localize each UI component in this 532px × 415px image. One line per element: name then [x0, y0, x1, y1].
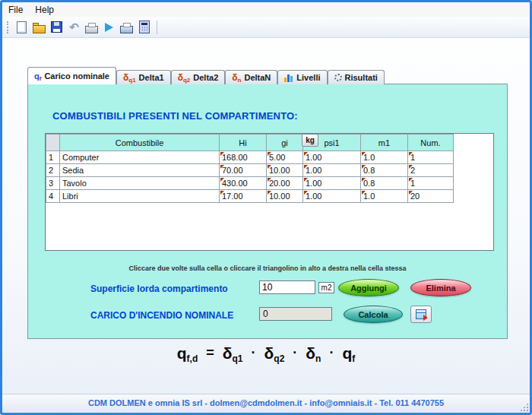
num-cell[interactable]: 2	[408, 164, 454, 177]
cell-triangle-icon[interactable]	[220, 191, 224, 195]
cell-triangle-icon[interactable]	[409, 191, 413, 195]
fire-load-formula: qf,d=δq1·δq2·δn·qf	[2, 344, 530, 364]
cell-triangle-icon[interactable]	[409, 165, 413, 169]
save-icon	[51, 21, 62, 33]
column-header-num[interactable]: Num.	[408, 135, 454, 151]
psi1-cell[interactable]: 1.00	[303, 164, 361, 177]
cell-triangle-icon[interactable]	[304, 152, 308, 156]
formula-dot: ·	[293, 345, 297, 360]
hi-cell[interactable]: 168.00	[220, 151, 267, 164]
cell-triangle-icon[interactable]	[304, 165, 308, 169]
status-bar: CDM DOLMEN e omnia IS srl - dolmen@cdmdo…	[2, 394, 530, 413]
print-button[interactable]	[118, 18, 135, 36]
tab-label: Carico nominale	[44, 71, 109, 81]
num-cell[interactable]: 1	[408, 177, 454, 190]
tab-risultati[interactable]: Risultati	[328, 70, 385, 84]
combustibile-cell[interactable]: Computer	[60, 151, 220, 164]
m1-cell[interactable]: 0.8	[361, 177, 408, 190]
tab-delta2[interactable]: δq2 Delta2	[171, 70, 226, 84]
delta-subscript: q1	[128, 77, 135, 84]
new-document-button[interactable]	[13, 18, 30, 36]
tab-deltan[interactable]: δn DeltaN	[225, 70, 277, 84]
cell-triangle-icon[interactable]	[362, 178, 366, 182]
combustibile-cell[interactable]: Tavolo	[60, 177, 220, 190]
app-window: File Help qf Carico nominale δq1 Delta1 …	[0, 0, 532, 415]
gi-cell[interactable]: 20.00	[267, 177, 303, 190]
tab-label: Risultati	[345, 73, 378, 82]
formula-term-qfd: qf,d	[177, 348, 198, 361]
undo-icon	[69, 21, 79, 33]
cell-value: 1.00	[306, 153, 321, 162]
cell-triangle-icon[interactable]	[268, 152, 271, 156]
toolbar-grip[interactable]	[7, 21, 8, 33]
footer-text: CDM DOLMEN e omnia IS srl - dolmen@cdmdo…	[88, 398, 444, 407]
hi-cell[interactable]: 70.00	[220, 164, 267, 177]
export-button[interactable]	[100, 18, 118, 36]
kg-unit-button[interactable]: kg	[302, 134, 318, 147]
cell-triangle-icon[interactable]	[220, 178, 224, 182]
open-file-button[interactable]	[30, 18, 48, 36]
cell-triangle-icon[interactable]	[409, 178, 413, 182]
calcola-button[interactable]: Calcola	[344, 306, 403, 323]
row-number-cell[interactable]: 2	[46, 164, 60, 177]
menu-file[interactable]: File	[2, 4, 29, 16]
tab-delta1[interactable]: δq1 Delta1	[116, 70, 171, 84]
gi-cell[interactable]: 10.00	[267, 164, 303, 177]
aggiungi-button[interactable]: Aggiungi	[338, 279, 399, 296]
delta-subscript: q2	[183, 77, 190, 84]
gi-cell[interactable]: 5.00	[267, 151, 303, 164]
save-button[interactable]	[48, 18, 65, 36]
column-header-m1[interactable]: m1	[361, 135, 408, 151]
tab-carico-nominale[interactable]: qf Carico nominale	[27, 67, 116, 84]
psi1-cell[interactable]: 1.00	[303, 190, 361, 203]
column-header-hi[interactable]: Hi	[220, 135, 267, 151]
formula-base: q	[177, 344, 187, 362]
menu-help[interactable]: Help	[29, 4, 60, 16]
psi1-cell[interactable]: 1.00	[303, 177, 361, 190]
formula-base: δ	[264, 344, 274, 362]
report-button[interactable]	[410, 306, 432, 323]
cell-value: 1.00	[306, 179, 321, 188]
m1-cell[interactable]: 0.8	[361, 164, 408, 177]
open-folder-icon	[33, 25, 46, 33]
cell-triangle-icon[interactable]	[220, 165, 224, 169]
hi-cell[interactable]: 17.00	[220, 190, 267, 203]
cell-triangle-icon[interactable]	[268, 178, 271, 182]
print-setup-button[interactable]	[83, 18, 100, 36]
hi-cell[interactable]: 430.00	[220, 177, 267, 190]
delta-subscript: n	[238, 77, 242, 84]
cell-triangle-icon[interactable]	[362, 191, 366, 195]
psi1-cell[interactable]: 1.00	[303, 151, 361, 164]
num-cell[interactable]: 1	[408, 151, 454, 164]
cell-triangle-icon[interactable]	[362, 152, 366, 156]
row-number-cell[interactable]: 1	[46, 151, 60, 164]
tab-livelli[interactable]: Livelli	[277, 70, 327, 84]
superficie-input[interactable]	[259, 280, 315, 294]
row-number-cell[interactable]: 3	[46, 177, 60, 190]
column-header-combustibile[interactable]: Combustibile	[60, 135, 220, 151]
fuel-table-container: Combustibile Hi gi psi1 m1 Num. 1 Comput…	[45, 133, 494, 251]
cell-triangle-icon[interactable]	[220, 152, 224, 156]
cell-triangle-icon[interactable]	[362, 165, 366, 169]
combustibile-cell[interactable]: Sedia	[60, 164, 220, 177]
column-header-gi[interactable]: gi	[267, 135, 303, 151]
num-cell[interactable]: 20	[408, 190, 454, 203]
elimina-button[interactable]: Elimina	[410, 279, 471, 296]
cell-value: 10.00	[269, 192, 290, 201]
row-number-cell[interactable]: 4	[46, 190, 60, 203]
delta-symbol: δ	[232, 72, 237, 83]
superficie-unit-label: m2	[318, 282, 334, 293]
gi-cell[interactable]: 10.00	[267, 190, 303, 203]
cell-triangle-icon[interactable]	[304, 191, 308, 195]
cell-triangle-icon[interactable]	[409, 152, 413, 156]
combustibile-cell[interactable]: Libri	[60, 190, 220, 203]
m1-cell[interactable]: 1.0	[361, 190, 408, 203]
undo-button[interactable]	[65, 18, 83, 36]
calculator-button[interactable]	[135, 18, 153, 36]
m1-cell[interactable]: 1.0	[361, 151, 408, 164]
cell-triangle-icon[interactable]	[304, 178, 308, 182]
cell-triangle-icon[interactable]	[268, 191, 271, 195]
resize-grip[interactable]	[520, 403, 528, 411]
cell-triangle-icon[interactable]	[268, 165, 271, 169]
gear-icon	[334, 74, 342, 81]
